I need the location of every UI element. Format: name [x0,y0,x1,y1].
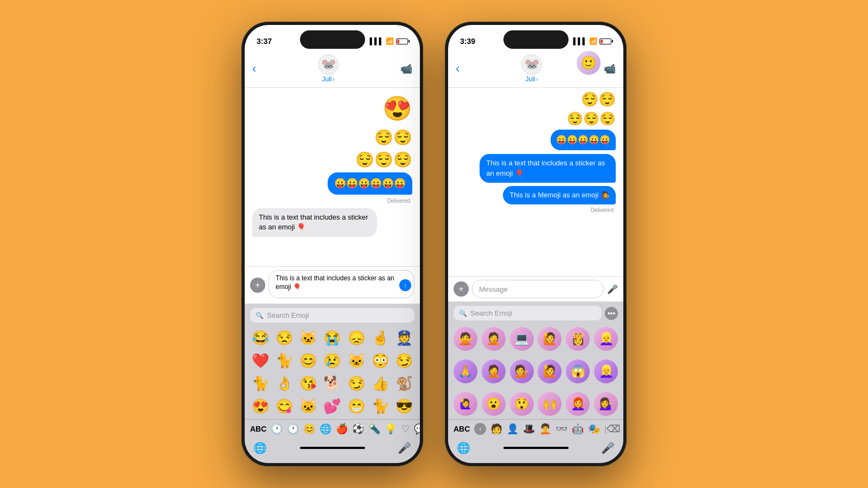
toolbar-sports-1[interactable]: ⚽ [352,423,364,435]
home-bar-2 [503,447,569,449]
emoji-cell[interactable]: 😏 [393,350,416,371]
search-bar-2[interactable]: 🔍 Search Emoji [454,306,602,320]
sticker-cell[interactable]: 🙋 [537,357,563,386]
emoji-cell[interactable]: 😘 [297,373,320,394]
emoji-cell[interactable]: 🐈 [273,350,296,371]
mic-icon-1[interactable]: 🎤 [398,441,411,454]
status-icons-1: ▌▌▌ 📶 [369,37,408,45]
emoji-cell[interactable]: 👍 [369,373,392,394]
contact-info-2[interactable]: 🐭 Juli› [521,54,542,83]
sticker-cell[interactable]: 🙋‍♀️ [452,390,478,418]
toolbar-recent-1[interactable]: 🕐 [287,423,299,435]
emoji-cell[interactable]: 😒 [273,327,296,349]
sticker-cell[interactable]: 💁 [509,357,535,386]
toolbar-memoji-4[interactable]: 🧑‍🦱 [539,423,551,435]
toolbar-memoji-1[interactable]: 🧑 [490,423,502,435]
toolbar-globe-1[interactable]: 🌐 [320,423,331,435]
contact-name-1: Juli› [322,75,334,83]
toolbar-memoji-6[interactable]: 🤖 [572,423,584,435]
emoji-cell[interactable]: 🐱 [297,327,320,349]
send-button-1[interactable]: ↑ [399,279,411,291]
emoji-cell[interactable]: 😋 [273,395,296,417]
mic-icon-2[interactable]: 🎤 [601,441,615,454]
plus-button-2[interactable]: + [454,281,469,297]
toolbar-memoji-7[interactable]: 🎭 [588,423,600,435]
toolbar-objects-1[interactable]: 🔦 [368,423,380,435]
emoji-bubble-2: 😛😛😛😛😛 [456,130,616,150]
emoji-cell[interactable]: 🐈 [249,373,272,394]
sticker-cell[interactable]: 🙏 [452,357,478,386]
sticker-cell[interactable]: 💁‍♀️ [593,390,619,418]
sticker-cell[interactable]: 😱 [565,357,591,386]
emoji-cell[interactable]: 😎 [393,395,416,417]
emoji-cell[interactable]: 😁 [345,395,368,417]
emoji-cell[interactable]: 😊 [297,350,320,371]
globe-icon-2[interactable]: 🌐 [457,441,470,454]
toolbar-abc-1[interactable]: ABC [250,425,266,433]
sticker-cell[interactable]: 🤦 [481,357,507,386]
search-bar-1[interactable]: 🔍 Search Emoji [250,308,414,323]
emoji-cell[interactable]: 🐱 [345,350,368,371]
more-options-button[interactable]: ••• [605,307,618,320]
back-button-2[interactable]: ‹ [456,62,459,76]
toolbar-symbols-1[interactable]: 💡 [385,423,397,435]
emoji-bubble-1: 😛😛😛😛😛😛 [252,172,412,195]
emoji-cell[interactable]: 😍 [249,395,272,417]
back-sticker-btn[interactable]: ‹ [474,423,486,435]
wifi-icon-2: 📶 [589,37,597,45]
input-area-1: + This is a text that includes a sticker… [245,266,420,304]
emoji-cell[interactable]: 😏 [345,373,368,394]
message-placeholder-2[interactable]: Message [472,280,604,298]
emoji-cell[interactable]: 😂 [249,327,272,349]
toolbar-memoji-3[interactable]: 🎩 [523,423,535,435]
toolbar-abc-2[interactable]: ABC [454,425,470,433]
sticker-cell[interactable]: 💻 [509,325,535,353]
toolbar-apple-1[interactable]: 🍎 [336,423,348,435]
mic-button-2[interactable]: 🎤 [607,284,618,294]
sticker-cell[interactable]: 👸 [565,325,591,353]
dynamic-island-2 [503,30,569,49]
sticker-cell[interactable]: 👩‍🦰 [565,390,591,418]
emoji-cell[interactable]: ❤️ [249,350,272,371]
toolbar-memoji-2[interactable]: 👤 [507,423,519,435]
sticker-cell[interactable]: 🤦 [481,325,507,353]
emoji-cell[interactable]: 🐈 [369,395,392,417]
sticker-cell[interactable]: 🙋 [537,325,563,353]
emoji-cell[interactable]: 👌 [273,373,296,394]
status-icons-2: ▌▌▌ 📶 [573,37,611,45]
emoji-cell[interactable]: 😞 [345,327,368,349]
emoji-cell[interactable]: 👮 [393,327,416,349]
search-placeholder-1: Search Emoji [267,311,309,319]
sticker-cell[interactable]: 👱‍♀️ [593,357,619,386]
emoji-cell[interactable]: 😭 [321,327,343,349]
sticker-cell[interactable]: 🙌 [537,390,563,418]
emoji-cell[interactable]: 😳 [369,350,392,371]
sticker-cell[interactable]: 🙅 [452,325,478,353]
video-button-1[interactable]: 📹 [400,63,412,75]
emoji-row-2a: 😌😌 [456,91,616,108]
placeholder-text-2: Message [479,285,508,293]
sticker-grid-row1: 🙅 🤦 💻 🙋 👸 👱‍♀️ [448,323,623,355]
video-button-2[interactable]: 📹 [604,63,616,75]
sticker-cell[interactable]: 😲 [509,390,535,418]
emoji-cell[interactable]: 🐕 [321,373,343,394]
toolbar-clock-1[interactable]: 🕐 [271,423,283,435]
plus-button-1[interactable]: + [250,278,265,293]
sticker-cell[interactable]: 😮 [481,390,507,418]
globe-icon-1[interactable]: 🌐 [253,441,267,454]
sticker-cell[interactable]: 👱‍♀️ [593,325,619,353]
toolbar-flags-1[interactable]: 💬 [414,423,420,435]
back-button-1[interactable]: ‹ [252,62,256,76]
contact-info-1[interactable]: 🐭 Juli› [318,54,339,83]
emoji-cell[interactable]: 🐱 [297,395,320,417]
emoji-cell[interactable]: 😢 [321,350,343,371]
emoji-toolbar-2: ABC ‹ 🧑 👤 🎩 🧑‍🦱 👓 🤖 🎭 | ⌫ [448,419,623,438]
emoji-cell[interactable]: 💕 [321,395,343,417]
emoji-cell[interactable]: 🐒 [393,373,416,394]
delete-button-2[interactable]: ⌫ [607,423,620,435]
emoji-cell[interactable]: 🤞 [369,327,392,349]
toolbar-memoji-5[interactable]: 👓 [556,423,567,435]
toolbar-heart-1[interactable]: ♡ [401,423,410,435]
toolbar-emoji-1[interactable]: 😊 [303,423,315,435]
message-input-1[interactable]: This is a text that includes a sticker a… [269,270,414,298]
